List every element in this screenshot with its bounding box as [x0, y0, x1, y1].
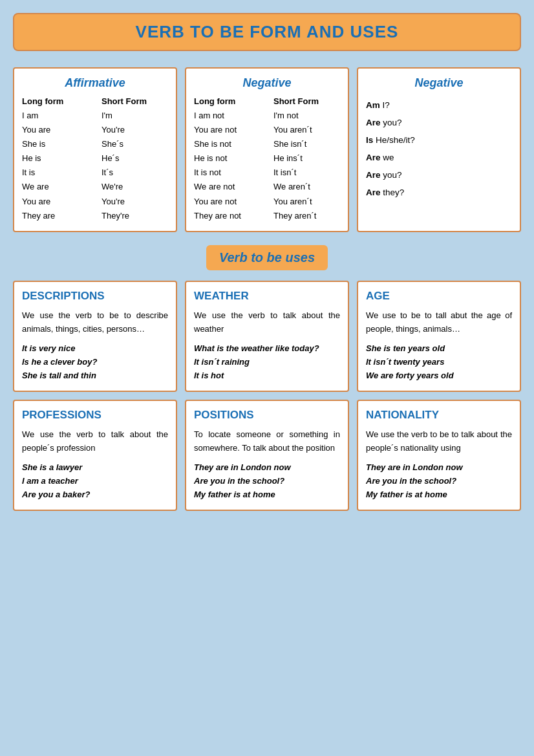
- example-text: They are in London now: [366, 461, 512, 475]
- example-text: My father is at home: [366, 488, 512, 502]
- aff-short: We're: [101, 180, 168, 194]
- affirmative-header: Long form Short Form: [22, 96, 168, 106]
- interrog-bold: Are: [366, 118, 381, 127]
- negative-row: You are notYou aren´t: [194, 123, 340, 137]
- neg-short: They aren´t: [273, 209, 340, 223]
- affirmative-heading: Affirmative: [22, 76, 168, 90]
- nationality-examples: They are in London nowAre you in the sch…: [366, 461, 512, 501]
- neg-long: We are not: [194, 180, 261, 194]
- negative-rows: I am notI'm notYou are notYou aren´tShe …: [194, 109, 340, 223]
- negative-header: Long form Short Form: [194, 96, 340, 106]
- neg-long: He is not: [194, 151, 261, 166]
- nationality-card: NATIONALITY We use the verb to be to tal…: [357, 400, 521, 511]
- main-title: VERB TO BE FORM AND USES: [27, 22, 507, 42]
- example-text: Are you a baker?: [22, 488, 168, 502]
- aff-long: He is: [22, 151, 89, 166]
- example-text: They are in London now: [194, 461, 340, 475]
- interrog-rest: you?: [381, 170, 402, 180]
- interrogative-rows: Am I?Are you?Is He/she/it?Are weAre you?…: [366, 96, 512, 201]
- neg-short: I'm not: [273, 109, 340, 123]
- neg-short: She isn´t: [273, 137, 340, 151]
- positions-desc: To locate someone or something in somewh…: [194, 428, 340, 455]
- interrogative-heading: Negative: [366, 76, 512, 90]
- interrog-rest: we: [381, 153, 394, 162]
- example-text: We are forty years old: [366, 369, 512, 383]
- interrogative-row: Are we: [366, 149, 512, 166]
- negative-row: We are notWe aren´t: [194, 180, 340, 194]
- aff-short: She´s: [101, 137, 168, 151]
- negative-row: They are notThey aren´t: [194, 209, 340, 223]
- descriptions-examples: It is very niceIs he a clever boy?She is…: [22, 342, 168, 382]
- example-text: Are you in the school?: [366, 475, 512, 488]
- affirmative-row: They areThey're: [22, 209, 168, 223]
- age-title: AGE: [366, 290, 512, 303]
- neg-long: You are not: [194, 195, 261, 209]
- neg-long: It is not: [194, 166, 261, 180]
- example-text: Is he a clever boy?: [22, 356, 168, 369]
- interrog-rest: they?: [381, 188, 405, 197]
- positions-card: POSITIONS To locate someone or something…: [185, 400, 349, 511]
- descriptions-desc: We use the verb to be to describe animal…: [22, 309, 168, 336]
- aff-short: You're: [101, 123, 168, 137]
- interrogative-row: Am I?: [366, 96, 512, 114]
- positions-title: POSITIONS: [194, 409, 340, 422]
- neg-long: You are not: [194, 123, 261, 137]
- affirmative-row: She isShe´s: [22, 137, 168, 151]
- affirmative-row: We areWe're: [22, 180, 168, 194]
- negative-row: He is notHe ins´t: [194, 151, 340, 166]
- affirmative-row: He isHe´s: [22, 151, 168, 166]
- interrog-bold: Am: [366, 100, 380, 110]
- aff-short: They're: [101, 209, 168, 223]
- neg-col1-header: Long form: [194, 96, 261, 106]
- aff-col2-header: Short Form: [101, 96, 168, 106]
- example-text: What is the weather like today?: [194, 342, 340, 356]
- neg-long: They are not: [194, 209, 261, 223]
- example-text: She is tall and thin: [22, 369, 168, 383]
- interrogative-row: Are you?: [366, 166, 512, 184]
- title-box: VERB TO BE FORM AND USES: [13, 13, 521, 51]
- aff-short: I'm: [101, 109, 168, 123]
- affirmative-row: I amI'm: [22, 109, 168, 123]
- negative-card: Negative Long form Short Form I am notI'…: [185, 67, 349, 232]
- weather-desc: We use the verb to talk about the weathe…: [194, 309, 340, 336]
- example-text: It is very nice: [22, 342, 168, 356]
- aff-long: You are: [22, 123, 89, 137]
- negative-row: It is notIt isn´t: [194, 166, 340, 180]
- affirmative-row: It isIt´s: [22, 166, 168, 180]
- uses-grid: DESCRIPTIONS We use the verb to be to de…: [13, 281, 521, 511]
- age-card: AGE We use to be to tall abut the age of…: [357, 281, 521, 392]
- interrog-bold: Is: [366, 135, 373, 145]
- example-text: I am a teacher: [22, 475, 168, 488]
- aff-long: They are: [22, 209, 89, 223]
- negative-row: I am notI'm not: [194, 109, 340, 123]
- interrog-bold: Are: [366, 153, 381, 162]
- neg-short: You aren´t: [273, 123, 340, 137]
- aff-long: It is: [22, 166, 89, 180]
- weather-examples: What is the weather like today?It isn´t …: [194, 342, 340, 382]
- interrog-rest: you?: [381, 118, 402, 127]
- interrog-bold: Are: [366, 170, 381, 180]
- descriptions-title: DESCRIPTIONS: [22, 290, 168, 303]
- professions-examples: She is a lawyerI am a teacherAre you a b…: [22, 461, 168, 501]
- interrogative-row: Are you?: [366, 114, 512, 131]
- affirmative-rows: I amI'mYou areYou'reShe isShe´sHe isHe´s…: [22, 109, 168, 223]
- example-text: It is hot: [194, 369, 340, 383]
- neg-long: I am not: [194, 109, 261, 123]
- neg-short: You aren´t: [273, 195, 340, 209]
- aff-short: He´s: [101, 151, 168, 166]
- negative-row: You are notYou aren´t: [194, 195, 340, 209]
- neg-short: He ins´t: [273, 151, 340, 166]
- verb-uses-label-text: Verb to be uses: [219, 250, 315, 265]
- age-desc: We use to be to tall abut the age of peo…: [366, 309, 512, 336]
- negative-row: She is notShe isn´t: [194, 137, 340, 151]
- example-text: It isn´t twenty years: [366, 356, 512, 369]
- positions-examples: They are in London nowAre you in the sch…: [194, 461, 340, 501]
- weather-title: WEATHER: [194, 290, 340, 303]
- neg-col2-header: Short Form: [273, 96, 340, 106]
- affirmative-row: You areYou're: [22, 123, 168, 137]
- aff-short: You're: [101, 195, 168, 209]
- example-text: She is a lawyer: [22, 461, 168, 475]
- example-text: She is ten years old: [366, 342, 512, 356]
- interrogative-card: Negative Am I?Are you?Is He/she/it?Are w…: [357, 67, 521, 232]
- interrog-rest: He/she/it?: [373, 135, 415, 145]
